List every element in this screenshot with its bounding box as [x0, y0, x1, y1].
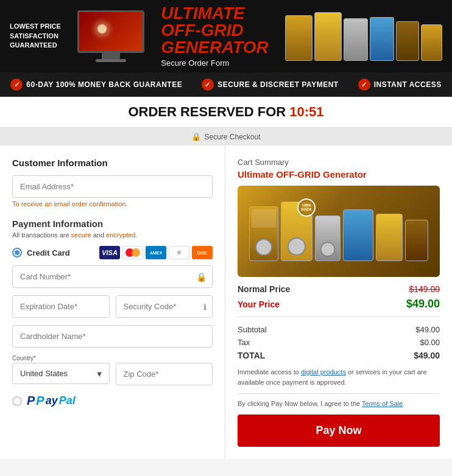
lock-icon: 🔒 [191, 132, 201, 141]
guarantee-item-1: ✓ 60-DAY 100% MONEY BACK GUARANTEE [10, 79, 182, 91]
check-icon-1: ✓ [10, 79, 23, 91]
credit-card-radio[interactable] [12, 248, 22, 257]
product-monitor-image [77, 10, 144, 62]
email-input[interactable] [12, 175, 213, 198]
email-group: To receive an email order confirmation. [12, 175, 213, 208]
paypal-radio[interactable] [12, 396, 22, 406]
lock-input-icon: 🔒 [196, 272, 207, 282]
normal-price-value: $149.00 [409, 284, 440, 294]
credit-card-label: Credit Card [27, 248, 70, 257]
expiry-input[interactable] [12, 295, 110, 318]
timer-bar: ORDER RESERVED FOR 10:51 [0, 97, 452, 128]
secure-link[interactable]: secure [71, 231, 91, 239]
country-label: Country* [12, 355, 110, 362]
diners-icon: ⊕ [169, 246, 189, 259]
amex-icon: AMEX [146, 246, 166, 259]
terms-note: By clicking Pay Now below, I agree to th… [238, 400, 440, 407]
paypal-option: PP ayPal [12, 394, 213, 408]
right-column: Cart Summary Ultimate OFF-GRID Generator… [225, 145, 452, 459]
card-number-group: 🔒 [12, 265, 213, 288]
country-select[interactable]: United States [12, 363, 110, 384]
countdown-timer: 10:51 [289, 104, 323, 119]
terms-of-sale-link[interactable]: Terms of Sale [362, 400, 403, 407]
your-price-row: Your Price $49.00 [238, 298, 440, 310]
email-helper: To receive an email order confirmation. [12, 200, 213, 208]
security-code-input[interactable] [116, 295, 213, 318]
discover-icon: DISC [192, 246, 213, 259]
cart-summary-title: Cart Summary [238, 158, 440, 167]
payment-subtitle: All transactions are secure and encrypte… [12, 231, 213, 239]
payment-section: Payment Information All transactions are… [12, 219, 213, 408]
guarantee-item-2: ✓ SECURE & DISCREET PAYMENT [202, 79, 339, 91]
card-icons: VISA AMEX ⊕ DISC [99, 246, 213, 259]
price-divider [238, 317, 440, 317]
card-number-input[interactable] [12, 265, 213, 288]
product-title-block: ULTIMATE OFF-GRID GENERATOR Secure Order… [161, 5, 268, 68]
your-price-value: $49.00 [406, 298, 440, 310]
guarantee-text: LOWEST PRICE SATISFACTION GUARANTEED [10, 22, 61, 50]
left-column: Customer Information To receive an email… [0, 145, 225, 459]
guarantee-item-3: ✓ INSTANT ACCESS [358, 79, 442, 91]
tax-row: Tax $0.00 [238, 336, 440, 349]
guarantee-bar: ✓ 60-DAY 100% MONEY BACK GUARANTEE ✓ SEC… [0, 72, 452, 97]
expiry-security-row: ℹ [12, 295, 213, 325]
zip-input[interactable] [116, 363, 213, 385]
normal-price-row: Normal Price $149.00 [238, 284, 440, 294]
mastercard-icon [122, 246, 143, 259]
country-group: Country* United States ▼ [12, 355, 110, 385]
your-price-label: Your Price [238, 299, 280, 309]
customer-info-title: Customer Information [12, 158, 213, 168]
main-content: Customer Information To receive an email… [0, 145, 452, 459]
access-note: Immediate access to digital products or … [238, 367, 440, 387]
credit-card-option: Credit Card VISA AMEX ⊕ DISC [12, 246, 213, 259]
terms-divider [238, 393, 440, 394]
cart-product-image: 100%BACK [238, 186, 440, 277]
zip-group [116, 355, 213, 385]
secure-checkout-bar: 🔒 Secure Checkout [0, 128, 452, 145]
country-zip-row: Country* United States ▼ [12, 355, 213, 385]
page-header: LOWEST PRICE SATISFACTION GUARANTEED ULT… [0, 0, 452, 72]
encrypted-link[interactable]: encrypted [106, 231, 135, 239]
info-icon: ℹ [203, 302, 207, 311]
check-icon-2: ✓ [202, 79, 214, 91]
normal-price-label: Normal Price [238, 284, 290, 294]
payment-info-title: Payment Information [12, 219, 213, 229]
pricing-section: Normal Price $149.00 Your Price $49.00 [238, 284, 440, 310]
cart-product-name: Ultimate OFF-GRID Generator [238, 169, 440, 180]
paypal-logo: PP ayPal [27, 394, 76, 408]
product-books-image [285, 12, 442, 61]
check-icon-3: ✓ [358, 79, 370, 91]
pay-now-button[interactable]: Pay Now [238, 415, 440, 447]
cardholder-input[interactable] [12, 325, 213, 348]
digital-products-link[interactable]: digital products [301, 368, 346, 376]
cardholder-group [12, 325, 213, 348]
visa-icon: VISA [99, 246, 120, 259]
subtotal-row: Subtotal $49.00 [238, 323, 440, 336]
total-row: TOTAL $49.00 [238, 349, 440, 362]
